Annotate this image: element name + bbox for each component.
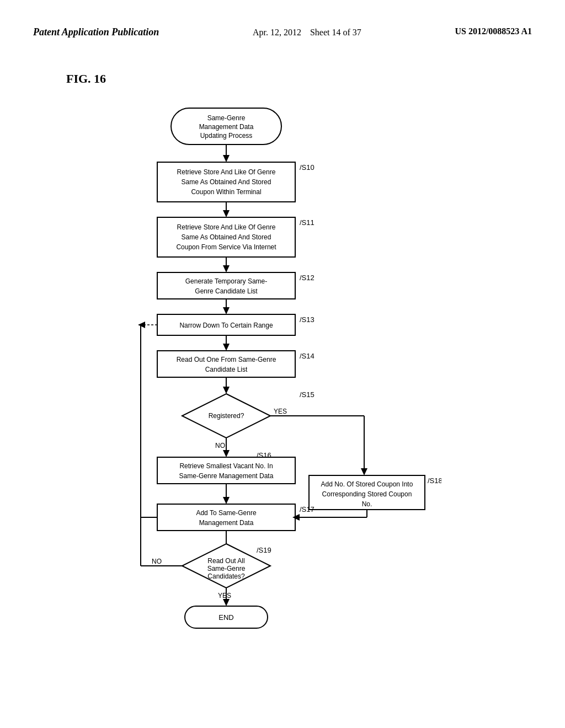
svg-text:/S15: /S15 [300, 390, 315, 399]
svg-text:No.: No. [362, 500, 372, 508]
svg-text:Same As Obtained And Stored: Same As Obtained And Stored [182, 233, 271, 241]
svg-marker-16 [223, 265, 230, 272]
svg-text:Read Out One From Same-Genre: Read Out One From Same-Genre [177, 356, 276, 363]
svg-text:Coupon Within Terminal: Coupon Within Terminal [191, 188, 261, 196]
svg-text:Generate Temporary Same-: Generate Temporary Same- [185, 277, 268, 285]
header: Patent Application Publication Apr. 12, … [0, 0, 565, 50]
svg-text:/S14: /S14 [300, 352, 315, 360]
svg-text:/S10: /S10 [300, 163, 315, 172]
pub-date: Apr. 12, 2012 [253, 28, 301, 37]
svg-text:/S18: /S18 [428, 477, 441, 485]
figure-area: FIG. 16 Same-Genre Management Data Updat… [0, 50, 565, 665]
figure-title: FIG. 16 [66, 72, 106, 86]
svg-marker-77 [223, 599, 230, 606]
svg-marker-2 [223, 155, 230, 162]
svg-text:Management Data: Management Data [199, 519, 254, 527]
svg-text:Same As Obtained And Stored: Same As Obtained And Stored [182, 178, 271, 186]
svg-text:Corresponding Stored Coupon: Corresponding Stored Coupon [322, 490, 412, 498]
svg-text:/S19: /S19 [257, 546, 271, 554]
svg-text:/S17: /S17 [300, 505, 315, 513]
svg-text:Add To Same-Genre: Add To Same-Genre [196, 509, 256, 517]
svg-marker-49 [361, 468, 367, 475]
publication-label: Patent Application Publication [33, 26, 159, 38]
svg-marker-35 [223, 387, 230, 394]
svg-text:Retrieve Store And Like Of Gen: Retrieve Store And Like Of Genre [177, 223, 276, 231]
svg-text:Candidates?: Candidates? [207, 572, 245, 580]
svg-text:/S12: /S12 [300, 274, 315, 282]
svg-marker-43 [223, 450, 230, 457]
patent-number: US 2012/0088523 A1 [455, 26, 532, 36]
svg-text:YES: YES [274, 408, 287, 415]
svg-text:Add No. Of Stored Coupon Into: Add No. Of Stored Coupon Into [321, 480, 413, 488]
start-text: Same-Genre [207, 114, 246, 122]
svg-text:Retrieve Store And Like Of Gen: Retrieve Store And Like Of Genre [177, 168, 276, 176]
header-date-sheet: Apr. 12, 2012 Sheet 14 of 37 [253, 26, 361, 39]
svg-marker-29 [223, 344, 230, 351]
svg-text:YES: YES [218, 592, 231, 599]
svg-text:Candidate List: Candidate List [205, 366, 248, 373]
svg-text:/S13: /S13 [300, 315, 315, 324]
svg-text:Narrow Down To Certain Range: Narrow Down To Certain Range [179, 322, 273, 329]
page: Patent Application Publication Apr. 12, … [0, 0, 565, 728]
svg-text:Read Out All: Read Out All [207, 557, 244, 565]
svg-text:END: END [218, 613, 233, 622]
svg-marker-27 [138, 322, 145, 328]
svg-marker-22 [223, 307, 230, 314]
svg-text:Registered?: Registered? [209, 412, 244, 420]
svg-text:Genre Candidate List: Genre Candidate List [195, 287, 258, 295]
start-text3: Updating Process [200, 132, 253, 140]
flowchart-svg: Same-Genre Management Data Updating Proc… [55, 103, 441, 643]
svg-marker-9 [223, 210, 230, 217]
svg-text:/S11: /S11 [300, 218, 315, 227]
svg-text:Retrieve Smallest Vacant No. I: Retrieve Smallest Vacant No. In [179, 462, 273, 470]
svg-text:Coupon From Service Via Intern: Coupon From Service Via Internet [176, 243, 276, 251]
sheet-info: Sheet 14 of 37 [310, 28, 361, 37]
svg-text:Same-Genre: Same-Genre [207, 565, 246, 572]
svg-text:NO: NO [215, 442, 225, 449]
start-text2: Management Data [199, 123, 254, 131]
svg-text:Same-Genre Management Data: Same-Genre Management Data [179, 472, 274, 480]
svg-text:NO: NO [152, 558, 162, 565]
svg-marker-56 [223, 497, 230, 504]
